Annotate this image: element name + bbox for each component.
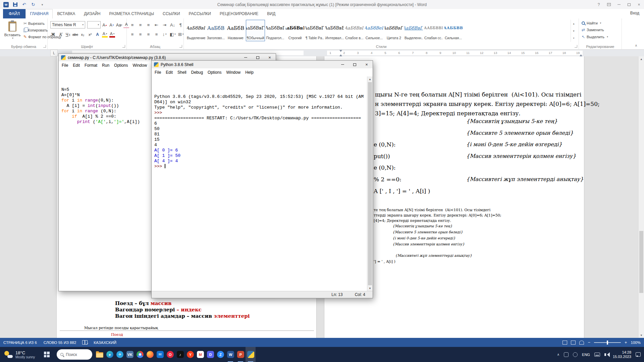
telegram-icon[interactable]: ✈ xyxy=(115,347,125,362)
shell-line: Python 3.8.6 (tags/v3.8.6:db45529, Sep 2… xyxy=(154,94,367,100)
proofing-icon[interactable] xyxy=(82,340,88,345)
file-explorer-icon[interactable] xyxy=(95,347,105,362)
python-idle-icon[interactable] xyxy=(246,347,256,362)
tiktok-icon[interactable]: ♪ xyxy=(175,347,185,362)
close-button[interactable]: × xyxy=(361,61,373,68)
menu-item[interactable]: Edit xyxy=(70,62,82,68)
menu-item[interactable]: Options xyxy=(205,69,224,75)
shell-titlebar[interactable]: Python 3.8.6 Shell × xyxy=(152,61,373,68)
zoom-out-button[interactable]: − xyxy=(588,340,590,345)
mail-icon[interactable]: ✉ xyxy=(155,347,165,362)
document-text-line: Вагон ішіндегі адамдар – массив элементт… xyxy=(115,313,250,319)
start-button[interactable] xyxy=(39,347,54,362)
zoom-slider-thumb[interactable] xyxy=(607,341,608,345)
menu-item[interactable]: Window xyxy=(130,62,149,68)
maximize-icon xyxy=(353,63,356,66)
menu-item[interactable]: Run xyxy=(100,62,112,68)
shell-line: =================== RESTART: C:/Users/ПК… xyxy=(154,116,367,121)
shell-scrollbar[interactable]: ▲ ▼ xyxy=(367,76,373,291)
taskbar-apps: e✈VK✉O♪YMDZWP xyxy=(95,347,256,362)
tray-icon[interactable] xyxy=(573,352,578,357)
menu-item[interactable]: Window xyxy=(224,69,243,75)
menu-item[interactable]: Edit xyxy=(163,69,175,75)
minimize-button[interactable] xyxy=(336,61,348,68)
action-center-icon[interactable] xyxy=(636,352,641,357)
scroll-up-icon[interactable]: ▲ xyxy=(639,56,644,62)
document-text-line: н элементтерді экранға шығару керек. Енг… xyxy=(375,101,600,107)
clock[interactable]: 14:28 15.03.2023 xyxy=(613,350,631,359)
yandex-browser-icon[interactable]: Y xyxy=(185,347,195,362)
line-indicator: Ln: 13 xyxy=(331,292,342,297)
zoom-slider[interactable] xyxy=(594,342,621,343)
language-indicator[interactable]: КАЗАХСКИЙ xyxy=(90,341,120,345)
taskbar-search[interactable]: Поиск xyxy=(57,349,92,360)
tray-icon[interactable] xyxy=(564,352,569,357)
shell-line: D64)] on win32 xyxy=(154,100,367,105)
menu-item[interactable]: File xyxy=(152,69,163,75)
firefox-icon[interactable] xyxy=(145,347,155,362)
document-text-line: щығы N-ге тең болатын A[N] тізімі берілг… xyxy=(375,91,581,98)
touch-keyboard-icon[interactable] xyxy=(594,353,600,357)
opera-icon[interactable]: O xyxy=(165,347,175,362)
zoom-in-button[interactable]: + xyxy=(625,340,627,345)
gmail-icon[interactable]: M xyxy=(195,347,205,362)
menu-item[interactable]: Format xyxy=(82,62,100,68)
scroll-up-icon[interactable]: ▲ xyxy=(367,76,373,82)
python-icon xyxy=(61,55,66,60)
hidden-icons-chevron[interactable]: ∧ xyxy=(557,353,559,356)
document-text-line: те тең болатын A[N] тізімі берілген (Ai<… xyxy=(374,208,490,212)
shell-line: A[ 0 ]= 6 xyxy=(154,148,367,153)
python-shell-window[interactable]: Python 3.8.6 Shell × FileEditShellDebugO… xyxy=(151,60,373,298)
weather-widget[interactable]: 18°C Mostly sunny xyxy=(0,347,39,362)
shell-line: 6 xyxy=(154,121,367,126)
column-indicator: Col: 4 xyxy=(355,292,365,297)
vk-icon[interactable]: VK xyxy=(125,347,135,362)
document-scrollbar[interactable]: ▲ ▼ xyxy=(638,56,644,338)
edge-icon[interactable]: e xyxy=(105,347,115,362)
shell-line: >>> xyxy=(154,164,367,169)
scroll-down-icon[interactable]: ▼ xyxy=(639,333,644,338)
chrome-icon[interactable] xyxy=(135,347,145,362)
minimize-icon xyxy=(341,64,344,65)
search-placeholder: Поиск xyxy=(66,352,77,357)
shell-line: 4 xyxy=(154,142,367,148)
read-mode-icon[interactable] xyxy=(562,341,567,345)
menu-item[interactable]: Options xyxy=(112,62,130,68)
input-language[interactable]: ENG xyxy=(582,353,590,357)
zoom-icon[interactable]: Z xyxy=(215,347,225,362)
shell-output-area[interactable]: Python 3.8.6 (tags/v3.8.6:db45529, Sep 2… xyxy=(152,76,367,291)
document-text-line: {i мәні 0-ден 5-ке дейін өзгереді} xyxy=(466,141,562,147)
menu-item[interactable]: Shell xyxy=(175,69,189,75)
document-text-line: Поезд – бұл массив xyxy=(115,300,171,306)
document-text-line: {Массив элементтерін қолмен енгізу} xyxy=(392,242,465,246)
document-text-line: {Массивте 5 элементке орын бөледі} xyxy=(392,230,463,234)
word-count[interactable]: СЛОВО 55 ИЗ 882 xyxy=(40,341,79,345)
page-indicator[interactable]: СТРАНИЦА 6 ИЗ 6 xyxy=(0,341,40,345)
scrollbar-thumb[interactable] xyxy=(639,231,643,293)
document-text-line: '] = ' , A[i] ) xyxy=(374,259,395,264)
web-layout-icon[interactable] xyxy=(579,341,584,345)
word-icon[interactable]: W xyxy=(225,347,235,362)
powerpoint-icon[interactable]: P xyxy=(235,347,246,362)
zoom-level[interactable]: 100% xyxy=(631,341,641,345)
shell-line: 50 xyxy=(154,126,367,132)
document-text-line: {Массивтің ұзындығы 5-ке тең} xyxy=(466,118,557,124)
word-status-bar: СТРАНИЦА 6 ИЗ 6 СЛОВО 55 ИЗ 882 КАЗАХСКИ… xyxy=(0,338,644,347)
discord-icon[interactable]: D xyxy=(205,347,215,362)
document-text-line: {Массивтегі жұп элементтерді анықтау} xyxy=(395,253,472,257)
scrollbar-thumb[interactable] xyxy=(368,82,372,285)
shell-line: 15 xyxy=(154,137,367,142)
print-layout-icon[interactable] xyxy=(571,341,576,345)
document-text-line: e (0,N): xyxy=(374,141,396,148)
document-text-line: put()) xyxy=(374,153,390,160)
document-text-line: {Массивтің ұзындығы 5-ке тең} xyxy=(392,224,452,228)
shell-status-bar: Ln: 13 Col: 4 xyxy=(152,291,373,298)
scroll-down-icon[interactable]: ▼ xyxy=(367,286,373,291)
document-text-line: Вагондар номерлері – индекс xyxy=(115,307,202,313)
maximize-button[interactable] xyxy=(348,61,361,68)
python-icon xyxy=(154,62,159,67)
volume-icon[interactable] xyxy=(604,353,606,356)
menu-item[interactable]: Debug xyxy=(189,69,205,75)
menu-item[interactable]: Help xyxy=(243,69,256,75)
menu-item[interactable]: File xyxy=(59,62,70,68)
